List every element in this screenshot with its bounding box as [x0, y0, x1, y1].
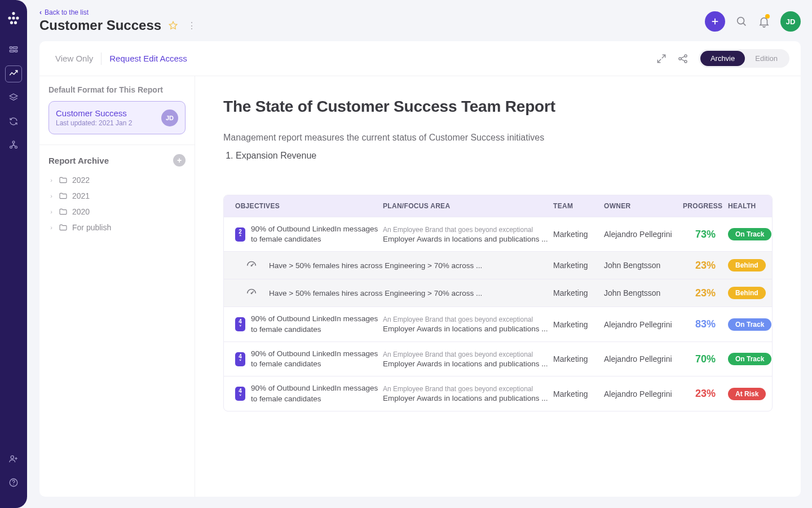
plan-title: Employer Awards in locations and publica…: [383, 235, 553, 243]
cell-progress: 23%: [683, 260, 728, 271]
table-row[interactable]: Have > 50% females hires across Engineer…: [224, 251, 772, 279]
svg-point-18: [13, 484, 14, 485]
folder-icon: [59, 223, 68, 232]
report-bullet: Expansion Revenue: [236, 151, 773, 161]
mode-toggle: Archvie Edition: [699, 49, 789, 68]
cell-owner: Alejandro Pellegrini: [604, 389, 683, 398]
table-header: OBJECTIVES PLAN/FOCUS AREA TEAM OWNER PR…: [224, 195, 772, 217]
cell-owner: John Bengtsson: [604, 288, 683, 297]
archive-folder[interactable]: › 2021: [44, 188, 190, 204]
folder-icon: [59, 176, 68, 185]
add-archive-button[interactable]: +: [173, 154, 186, 167]
table-row[interactable]: 4˅ 90% of Outbound LinkedIn messages to …: [224, 306, 772, 341]
svg-point-12: [10, 146, 12, 148]
health-badge: Behind: [728, 259, 766, 271]
nav-rail: [0, 0, 27, 508]
svg-line-23: [743, 23, 745, 25]
rail-item-org[interactable]: [5, 137, 22, 154]
health-badge: On Track: [728, 228, 771, 240]
add-button[interactable]: [705, 11, 725, 32]
plan-subtitle: An Employee Brand that goes beyond excep…: [383, 316, 553, 323]
star-icon[interactable]: [168, 20, 178, 30]
rail-item-layers[interactable]: [5, 89, 22, 106]
svg-point-14: [11, 456, 14, 458]
plan-subtitle: An Employee Brand that goes beyond excep…: [383, 385, 553, 393]
folder-label: 2022: [72, 176, 90, 185]
user-avatar[interactable]: JD: [780, 11, 801, 32]
table-row[interactable]: 2˄ 90% of Outbound LinkedIn messages to …: [224, 217, 772, 251]
health-badge: Behind: [728, 287, 766, 299]
report-content: The State of Customer Success Team Repor…: [195, 76, 801, 497]
report-card-avatar: JD: [161, 110, 178, 126]
rail-item-sync[interactable]: [5, 113, 22, 130]
search-icon[interactable]: [735, 15, 748, 28]
app-logo-icon: [6, 10, 21, 26]
report-bullet-list: Expansion Revenue: [223, 151, 773, 161]
tab-request-edit[interactable]: Request Edit Access: [102, 50, 195, 67]
svg-point-26: [679, 57, 681, 59]
rail-item-invite[interactable]: [5, 450, 22, 467]
mode-archive[interactable]: Archvie: [700, 51, 745, 66]
chevron-right-icon: ›: [48, 177, 54, 183]
expand-icon[interactable]: [656, 53, 667, 64]
objective-text: 90% of Outbound LinkedIn messages to fem…: [251, 224, 383, 244]
folder-label: For publish: [72, 223, 111, 232]
health-badge: On Track: [728, 353, 771, 365]
svg-point-11: [12, 141, 15, 143]
health-badge: On Track: [728, 318, 771, 331]
plan-subtitle: An Employee Brand that goes beyond excep…: [383, 226, 553, 234]
report-sidebar: Default Format for This Report Customer …: [39, 76, 195, 497]
archive-folder[interactable]: › 2020: [44, 204, 190, 220]
report-title: The State of Customer Success Team Repor…: [223, 98, 773, 116]
share-icon[interactable]: [677, 53, 689, 64]
notifications-icon[interactable]: [758, 15, 770, 28]
table-row[interactable]: Have > 50% females hires across Engineer…: [224, 279, 772, 306]
mode-edition[interactable]: Edition: [745, 51, 788, 66]
report-card-subtitle: Last updated: 2021 Jan 2: [56, 119, 132, 127]
th-plan: PLAN/FOCUS AREA: [383, 202, 553, 210]
cell-progress: 23%: [683, 287, 728, 299]
objective-count-badge[interactable]: 2˄: [235, 227, 245, 242]
th-team: TEAM: [553, 202, 604, 210]
rail-item-reports[interactable]: [5, 65, 22, 82]
svg-marker-10: [10, 94, 17, 98]
default-report-card[interactable]: Customer Success Last updated: 2021 Jan …: [48, 101, 186, 134]
svg-point-1: [8, 16, 11, 19]
key-result-text: Have > 50% females hires across Engineer…: [269, 261, 482, 270]
table-row[interactable]: 4˅ 90% of Outbound LinkedIn messages to …: [224, 341, 772, 376]
plan-title: Employer Awards in locations and publica…: [383, 360, 553, 368]
svg-line-29: [681, 56, 685, 58]
svg-rect-8: [10, 50, 14, 52]
svg-point-4: [10, 21, 13, 24]
folder-label: 2020: [72, 207, 90, 216]
table-row[interactable]: 4˅ 90% of Outbound LinkedIn messages to …: [224, 376, 772, 410]
objectives-table: OBJECTIVES PLAN/FOCUS AREA TEAM OWNER PR…: [223, 195, 773, 411]
folder-icon: [59, 207, 68, 216]
rail-item-roadmap[interactable]: [5, 42, 22, 59]
objective-count-badge[interactable]: 4˅: [235, 352, 245, 366]
cell-owner: Alejandro Pellegrini: [604, 230, 683, 239]
objective-count-badge[interactable]: 4˅: [235, 387, 245, 401]
archive-folder[interactable]: › For publish: [44, 220, 190, 235]
svg-line-34: [251, 292, 254, 294]
cell-team: Marketing: [553, 230, 604, 239]
archive-folder[interactable]: › 2022: [44, 172, 190, 188]
folder-icon: [59, 191, 68, 200]
svg-point-0: [12, 12, 15, 15]
objective-count-badge[interactable]: 4˅: [235, 317, 245, 331]
svg-rect-7: [13, 47, 17, 49]
rail-item-help[interactable]: [5, 474, 22, 491]
cell-owner: Alejandro Pellegrini: [604, 320, 683, 329]
back-link[interactable]: Back to the list: [39, 8, 89, 16]
svg-rect-9: [15, 50, 17, 52]
svg-line-32: [251, 264, 254, 266]
svg-point-22: [738, 17, 744, 24]
cell-team: Marketing: [553, 261, 604, 270]
sidebar-default-heading: Default Format for This Report: [48, 85, 186, 94]
tab-view-only[interactable]: View Only: [47, 50, 101, 67]
folder-label: 2021: [72, 191, 90, 200]
cell-team: Marketing: [553, 354, 604, 364]
cell-progress: 70%: [683, 353, 728, 365]
more-menu-icon[interactable]: ⋮: [185, 19, 198, 32]
plan-subtitle: An Employee Brand that goes beyond excep…: [383, 351, 553, 358]
